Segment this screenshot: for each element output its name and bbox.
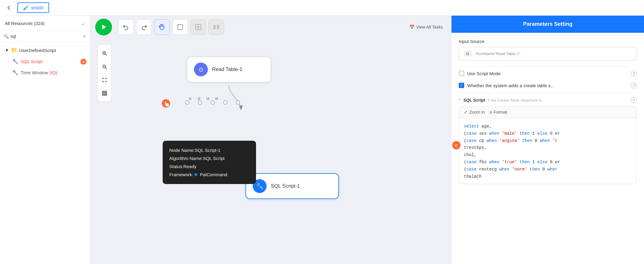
expand-tool-button[interactable]: [190, 19, 206, 35]
svg-rect-7: [214, 26, 215, 27]
tooltip-framework-value: PaiCommand: [200, 172, 227, 177]
port-label-t3: t3: [206, 97, 209, 100]
port-t4[interactable]: [236, 100, 240, 105]
zoom-controls: [98, 45, 111, 102]
folder-user-defined-script[interactable]: ▼ 📁 UserDefinedScript: [0, 45, 90, 56]
required-star: *: [459, 98, 460, 103]
svg-line-14: [105, 67, 107, 69]
code-block[interactable]: select age, (case sex when 'male' then 1…: [459, 118, 637, 184]
svg-marker-0: [102, 25, 106, 29]
format-label: Format: [494, 110, 507, 115]
node-tooltip: Node Name:SQL Script-1 Algorithm Name:SQ…: [163, 141, 256, 184]
zoom-in-code-button[interactable]: ⤢ Zoom In: [464, 109, 485, 115]
port-label-t2: t2: [198, 97, 200, 100]
port-labels: t1 t2 t3 t4: [189, 97, 218, 100]
active-tab[interactable]: 🧪 test00: [17, 2, 49, 13]
svg-rect-16: [102, 91, 107, 95]
code-line-2: (case sex when 'male' then 1 else 0 er: [464, 130, 632, 137]
sql-script-section: * SQL Script If the Create Table stateme…: [459, 94, 637, 106]
sidebar-item-time-window-sql[interactable]: 🔧 Time Window SQL: [0, 67, 90, 78]
input-source-box[interactable]: t1 fromName"Read Table-1": [459, 47, 637, 60]
input-source-tag: t1: [464, 51, 472, 57]
sidebar-search: 🔍 ✕: [0, 31, 90, 42]
port-label-t1: t1: [189, 97, 192, 100]
search-clear-icon[interactable]: ✕: [83, 34, 86, 39]
code-toolbar: ⤢ Zoom In ≡ Format: [459, 106, 637, 118]
badge-c: c: [452, 141, 461, 149]
format-icon: ≡: [489, 110, 492, 115]
format-code-button[interactable]: ≡ Format: [489, 110, 507, 115]
port-t1[interactable]: [198, 100, 202, 105]
back-button[interactable]: [4, 3, 14, 13]
sidebar-item-sql-script[interactable]: 🔧 SQL Script a: [0, 56, 90, 67]
divider-1: [459, 66, 637, 66]
read-table-icon: ⊙: [194, 63, 208, 76]
zoom-out-button[interactable]: [98, 60, 111, 72]
create-table-label: Whether the system adds a create table s…: [467, 83, 628, 88]
create-table-help-icon[interactable]: ?: [631, 82, 637, 88]
code-line-4: trestbps,: [464, 144, 632, 152]
run-button[interactable]: [95, 19, 112, 35]
use-script-mode-row: Use Script Mode ?: [459, 67, 637, 79]
tooltip-framework: Framework: PaiCommand: [169, 170, 249, 179]
tooltip-framework-label: Framework:: [169, 172, 193, 177]
chevron-down-icon[interactable]: ⌄: [81, 20, 85, 26]
tab-label: test00: [31, 5, 44, 10]
use-script-mode-checkbox[interactable]: [459, 71, 464, 76]
port-input[interactable]: [185, 100, 189, 105]
canvas-area: 📅 View All Tasks: [90, 16, 451, 264]
panel-title: Parameters Setting: [523, 21, 572, 27]
port-t2[interactable]: [211, 100, 215, 105]
sql-script-hint: If the Create Table statement is...: [488, 98, 545, 103]
svg-line-10: [105, 54, 107, 55]
sql-script-help-icon[interactable]: ?: [631, 97, 637, 103]
select-tool-button[interactable]: [172, 19, 188, 35]
node-read-table[interactable]: ⊙ Read Table-1: [187, 57, 271, 82]
input-source-value: fromName"Read Table-1": [476, 51, 521, 56]
svg-rect-1: [178, 25, 183, 30]
port-bottom[interactable]: [165, 103, 169, 107]
panel-body: Input Source t1 fromName"Read Table-1" U…: [452, 33, 644, 264]
time-window-label: Time Window SQL: [21, 70, 58, 75]
topbar: 🧪 test00: [0, 0, 644, 16]
tooltip-status: Status:Ready: [169, 162, 249, 170]
right-panel: Parameters Setting Input Source t1 fromN…: [451, 16, 644, 264]
create-table-row: ✓ Whether the system adds a create table…: [459, 79, 637, 91]
calendar-icon: 📅: [409, 25, 414, 29]
divider-2: [459, 93, 637, 93]
port-label-t4: t4: [215, 97, 218, 100]
port-t3[interactable]: [223, 100, 227, 105]
redo-button[interactable]: [136, 19, 152, 35]
svg-rect-6: [217, 27, 219, 29]
code-line-3: (case cp when 'angina' then 0 when 'r: [464, 137, 632, 145]
undo-button[interactable]: [118, 19, 134, 35]
tooltip-node-name: Node Name:SQL Script-1: [169, 146, 249, 154]
main-layout: All Resources (324) ⌄ 🔍 ✕ ▼ 📁 UserDefine…: [0, 16, 644, 264]
use-script-mode-label: Use Script Mode: [467, 71, 628, 76]
code-line-7: (case restecg when 'norm' then 0 wher: [464, 166, 632, 173]
framework-dot: [194, 173, 197, 176]
folder-icon: 📁: [11, 47, 17, 54]
code-line-5: chol,: [464, 152, 632, 159]
zoom-in-button[interactable]: [98, 47, 111, 59]
search-icon: 🔍: [4, 34, 9, 39]
scatter-tool-button[interactable]: [208, 19, 224, 35]
hand-tool-button[interactable]: [154, 19, 170, 35]
sql-script-label: SQL Script: [21, 59, 42, 64]
use-script-mode-help-icon[interactable]: ?: [631, 70, 637, 76]
sidebar: All Resources (324) ⌄ 🔍 ✕ ▼ 📁 UserDefine…: [0, 16, 90, 264]
badge-a: a: [80, 59, 86, 65]
time-window-icon: 🔧: [12, 69, 18, 76]
grid-button[interactable]: [98, 87, 111, 99]
sidebar-tree: ▼ 📁 UserDefinedScript 🔧 SQL Script a 🔧 T…: [0, 42, 90, 264]
fit-button[interactable]: [98, 74, 111, 86]
folder-label: UserDefinedScript: [19, 48, 56, 53]
panel-header: Parameters Setting: [452, 16, 644, 33]
port-row: [185, 100, 240, 105]
node-sql-script[interactable]: 🔧 SQL Script-1: [245, 173, 339, 199]
create-table-checkbox[interactable]: ✓: [459, 83, 464, 88]
chevron-icon: ▼: [5, 48, 9, 53]
code-line-1: select age,: [464, 123, 632, 130]
search-input[interactable]: [11, 34, 81, 39]
view-all-tasks-button[interactable]: 📅 View All Tasks: [406, 22, 446, 32]
